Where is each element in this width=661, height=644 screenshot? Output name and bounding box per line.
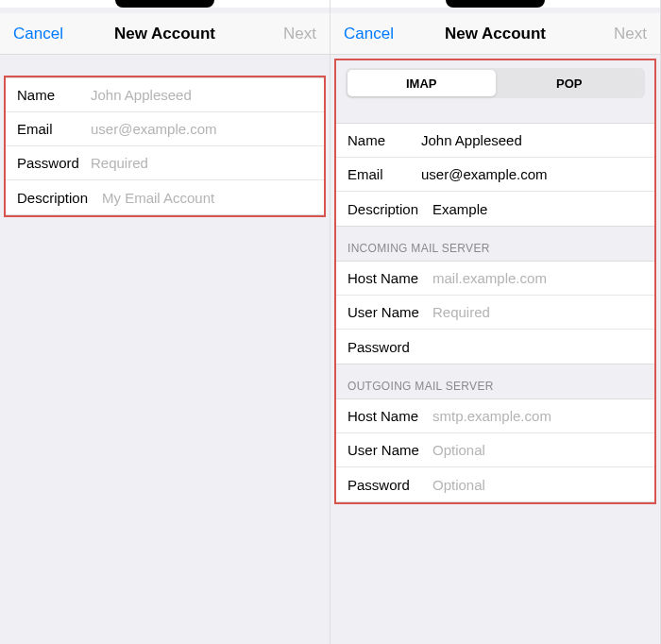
device-notch [330, 0, 660, 8]
outgoing-password-label: Password [347, 477, 432, 493]
nav-bar: Cancel New Account Next [0, 13, 330, 55]
next-button[interactable]: Next [260, 25, 316, 43]
name-field[interactable]: John Appleseed [91, 87, 313, 103]
content-area: Name John Appleseed Email user@example.c… [0, 55, 330, 644]
outgoing-user-row[interactable]: User Name Optional [336, 433, 654, 467]
cancel-button[interactable]: Cancel [13, 25, 70, 43]
email-row[interactable]: Email user@example.com [6, 112, 324, 146]
password-field[interactable]: Required [91, 155, 313, 171]
screen-new-account-basic: Cancel New Account Next Name John Apples… [0, 0, 330, 644]
incoming-host-row[interactable]: Host Name mail.example.com [336, 262, 654, 296]
name-row[interactable]: Name John Appleseed [6, 78, 324, 112]
page-title: New Account [114, 25, 215, 43]
description-row[interactable]: Description My Email Account [6, 180, 324, 214]
content-area: IMAP POP Name John Appleseed Email user@… [330, 55, 660, 644]
incoming-user-field[interactable]: Required [432, 304, 643, 320]
outgoing-password-field[interactable]: Optional [432, 477, 643, 493]
email-label: Email [347, 166, 421, 182]
outgoing-password-row[interactable]: Password Optional [336, 467, 654, 501]
incoming-password-label: Password [347, 339, 432, 355]
next-button[interactable]: Next [590, 25, 647, 43]
device-notch [0, 0, 330, 8]
tab-imap[interactable]: IMAP [347, 70, 496, 96]
outgoing-host-label: Host Name [347, 408, 432, 424]
email-field[interactable]: user@example.com [91, 121, 313, 137]
outgoing-group: Host Name smtp.example.com User Name Opt… [336, 398, 654, 502]
email-label: Email [17, 121, 91, 137]
outgoing-header: Outgoing Mail Server [336, 364, 654, 398]
protocol-segmented-control[interactable]: IMAP POP [346, 68, 645, 98]
account-fields-group: Name John Appleseed Email user@example.c… [6, 77, 324, 215]
nav-bar: Cancel New Account Next [330, 13, 660, 55]
description-field[interactable]: Example [432, 201, 643, 217]
incoming-password-row[interactable]: Password [336, 330, 654, 364]
incoming-user-row[interactable]: User Name Required [336, 296, 654, 330]
incoming-host-field[interactable]: mail.example.com [432, 270, 643, 286]
incoming-group: Host Name mail.example.com User Name Req… [336, 261, 654, 364]
outgoing-host-row[interactable]: Host Name smtp.example.com [336, 399, 654, 433]
outgoing-user-label: User Name [347, 442, 432, 458]
name-row[interactable]: Name John Appleseed [336, 124, 654, 158]
tab-pop[interactable]: POP [496, 70, 644, 96]
outgoing-host-field[interactable]: smtp.example.com [432, 408, 643, 424]
highlight-box: IMAP POP Name John Appleseed Email user@… [334, 59, 656, 504]
description-label: Description [347, 201, 432, 217]
name-label: Name [17, 87, 91, 103]
name-field[interactable]: John Appleseed [421, 132, 643, 148]
email-row[interactable]: Email user@example.com [336, 158, 654, 192]
password-row[interactable]: Password Required [6, 146, 324, 180]
description-label: Description [17, 190, 102, 206]
incoming-header: Incoming Mail Server [336, 227, 654, 261]
cancel-button[interactable]: Cancel [344, 25, 400, 43]
highlight-box: Name John Appleseed Email user@example.c… [4, 76, 326, 217]
name-label: Name [347, 132, 421, 148]
description-field[interactable]: My Email Account [102, 190, 313, 206]
password-label: Password [17, 155, 91, 171]
account-summary-group: Name John Appleseed Email user@example.c… [336, 123, 654, 227]
page-title: New Account [445, 25, 546, 43]
email-field[interactable]: user@example.com [421, 166, 643, 182]
screen-new-account-server: Cancel New Account Next IMAP POP Name Jo… [330, 0, 661, 644]
outgoing-user-field[interactable]: Optional [432, 442, 643, 458]
incoming-host-label: Host Name [347, 270, 432, 286]
incoming-user-label: User Name [347, 304, 432, 320]
description-row[interactable]: Description Example [336, 192, 654, 226]
